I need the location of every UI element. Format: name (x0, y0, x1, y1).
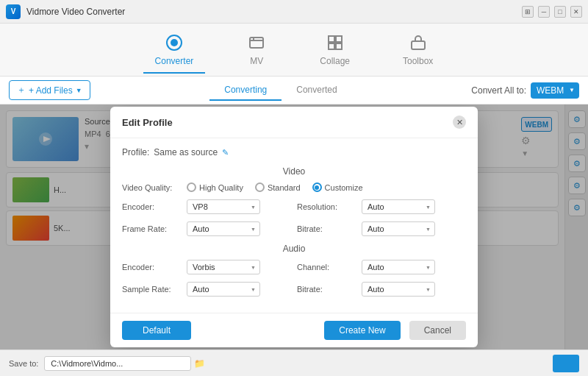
channel-select[interactable]: Auto (362, 260, 435, 274)
radio-customize-circle (312, 182, 322, 192)
collage-icon (325, 32, 345, 53)
svg-point-1 (171, 39, 178, 46)
quality-radio-group: High Quality Standard Customize (187, 182, 363, 192)
audio-bitrate-select[interactable]: Auto (362, 282, 435, 297)
status-tabs: Converting Converted (96, 80, 466, 101)
quality-standard-label: Standard (268, 183, 301, 192)
encoder-select-wrap: VP8 (187, 199, 260, 214)
create-new-button[interactable]: Create New (324, 321, 400, 340)
modal-overlay: Edit Profile ✕ Profile: Same as source ✎… (0, 104, 588, 350)
frame-rate-select[interactable]: Auto (187, 221, 260, 236)
modal-close-button[interactable]: ✕ (453, 116, 466, 129)
nav-bar: Converter MV Collage Toolb (0, 24, 588, 77)
mv-icon (246, 32, 267, 53)
convert-all-label: Convert All to: (471, 85, 526, 96)
close-button[interactable]: ✕ (570, 6, 582, 18)
framerate-col: Auto (187, 221, 291, 236)
quality-high[interactable]: High Quality (187, 182, 243, 192)
quality-customize-label: Customize (325, 183, 363, 192)
tab-collage[interactable]: Collage (308, 26, 362, 74)
radio-high-circle (187, 182, 196, 192)
resolution-select[interactable]: Auto (362, 199, 435, 214)
tab-mv-label: MV (250, 56, 263, 66)
framerate-select-wrap: Auto (187, 221, 260, 236)
video-bitrate-select-wrap: Auto (362, 221, 435, 236)
encoder-label: Encoder: (122, 202, 181, 211)
converter-icon (164, 32, 184, 53)
framerate-bitrate-row: Frame Rate: Auto Bitrate: Auto (122, 221, 466, 236)
profile-edit-icon[interactable]: ✎ (222, 148, 229, 157)
toolbox-icon (408, 32, 429, 53)
audio-encoder-channel-row: Encoder: Vorbis Channel: Auto (122, 260, 466, 274)
audio-encoder-label: Encoder: (122, 263, 181, 272)
save-label: Save to: (9, 359, 38, 368)
video-section-label: Video (122, 166, 466, 177)
frame-rate-label: Frame Rate: (122, 224, 181, 233)
encoder-resolution-row: Encoder: VP8 Resolution: Auto (122, 199, 466, 214)
sample-rate-label: Sample Rate: (122, 285, 181, 294)
svg-rect-7 (412, 41, 425, 49)
audio-encoder-select[interactable]: Vorbis (187, 260, 260, 274)
save-path-wrap: C:\Vidmore\Vidmo... 📁 (44, 356, 205, 371)
folder-icon[interactable]: 📁 (194, 358, 205, 369)
quality-customize[interactable]: Customize (312, 182, 363, 192)
default-button[interactable]: Default (122, 321, 191, 340)
grid-icon[interactable]: ⊞ (522, 6, 534, 18)
converting-tab[interactable]: Converting (209, 80, 282, 101)
edit-profile-modal: Edit Profile ✕ Profile: Same as source ✎… (110, 107, 478, 347)
resolution-select-wrap: Auto (362, 199, 435, 214)
audio-encoder-select-wrap: Vorbis (187, 260, 260, 274)
tab-toolbox-label: Toolbox (403, 56, 433, 66)
quality-standard[interactable]: Standard (255, 182, 301, 192)
video-bitrate-label: Bitrate: (297, 224, 356, 233)
save-path: C:\Vidmore\Vidmo... (44, 356, 191, 371)
svg-rect-5 (329, 43, 334, 49)
modal-footer: Default Create New Cancel (110, 313, 478, 347)
samplerate-col: Auto (187, 282, 291, 297)
audio-section-label: Audio (122, 244, 466, 254)
format-select-wrap: WEBM (531, 82, 579, 99)
svg-rect-2 (250, 38, 263, 48)
modal-title: Edit Profile (122, 117, 173, 128)
titlebar: V Vidmore Video Converter ⊞ ─ □ ✕ (0, 0, 588, 24)
sample-rate-select[interactable]: Auto (187, 282, 260, 297)
bottom-action-group (553, 355, 579, 372)
modal-body: Profile: Same as source ✎ Video Video Qu… (110, 138, 478, 313)
format-select[interactable]: WEBM (531, 82, 579, 99)
cancel-button[interactable]: Cancel (409, 321, 466, 340)
audio-bitrate-col: Auto (362, 282, 466, 297)
video-quality-row: Video Quality: High Quality Standard (122, 182, 466, 192)
dropdown-arrow-icon: ▼ (76, 87, 82, 94)
video-quality-label: Video Quality: (122, 183, 181, 192)
app-title: Vidmore Video Converter (26, 7, 522, 17)
radio-standard-circle (255, 182, 265, 192)
channel-label: Channel: (297, 263, 356, 272)
tab-toolbox[interactable]: Toolbox (391, 26, 445, 74)
encoder-select[interactable]: VP8 (187, 199, 260, 214)
window-controls: ⊞ ─ □ ✕ (522, 6, 582, 18)
app-logo: V (6, 4, 21, 19)
video-bitrate-col: Auto (362, 221, 466, 236)
add-files-label: + Add Files (29, 85, 73, 96)
tab-converter-label: Converter (155, 56, 194, 66)
svg-rect-6 (336, 43, 342, 49)
audio-bitrate-select-wrap: Auto (362, 282, 435, 297)
tab-converter[interactable]: Converter (143, 26, 206, 74)
quality-high-label: High Quality (199, 183, 243, 192)
samplerate-bitrate-row: Sample Rate: Auto Bitrate: Auto (122, 282, 466, 297)
video-bitrate-select[interactable]: Auto (362, 221, 435, 236)
channel-select-wrap: Auto (362, 260, 435, 274)
svg-rect-4 (336, 36, 342, 42)
minimize-button[interactable]: ─ (538, 6, 550, 18)
converted-tab[interactable]: Converted (282, 80, 351, 101)
toolbar: ＋ + Add Files ▼ Converting Converted Con… (0, 77, 588, 104)
tab-mv[interactable]: MV (234, 26, 279, 74)
blue-indicator (553, 355, 579, 372)
add-files-button[interactable]: ＋ + Add Files ▼ (9, 80, 90, 100)
convert-all-group: Convert All to: WEBM (471, 82, 579, 99)
samplerate-select-wrap: Auto (187, 282, 260, 297)
encoder-col: VP8 (187, 199, 291, 214)
svg-rect-3 (329, 36, 334, 42)
maximize-button[interactable]: □ (554, 6, 566, 18)
plus-icon: ＋ (17, 84, 26, 96)
